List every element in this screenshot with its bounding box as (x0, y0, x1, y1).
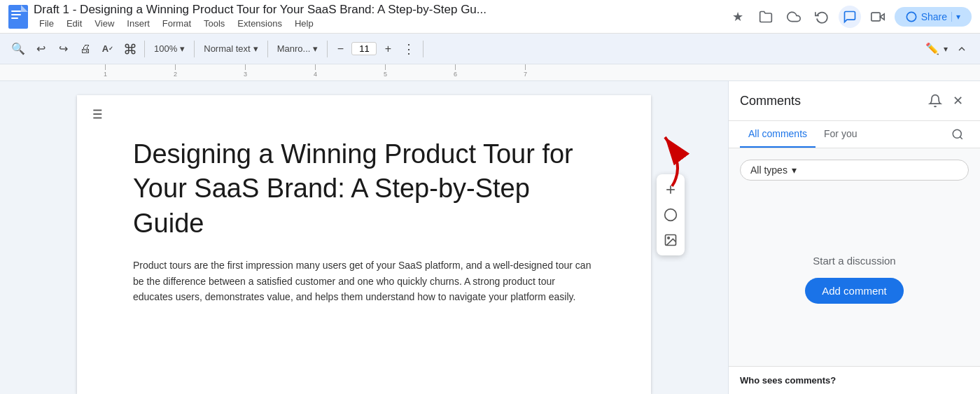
comments-header: Comments ✕ (729, 81, 980, 121)
paragraph-chevron-icon: ▾ (253, 43, 258, 54)
tab-search-icon[interactable] (946, 123, 969, 146)
svg-point-15 (665, 209, 677, 220)
tab-all-comments[interactable]: All comments (740, 121, 816, 148)
svg-marker-4 (880, 13, 884, 19)
share-chevron-icon[interactable]: ▾ (951, 12, 960, 22)
document-title[interactable]: Draft 1 - Designing a Winning Product To… (34, 3, 721, 17)
font-chevron-icon: ▾ (313, 43, 318, 54)
zoom-chevron-icon: ▾ (180, 43, 185, 54)
font-size-decrease-button[interactable]: − (332, 41, 349, 57)
paint-format-icon[interactable] (120, 39, 140, 59)
menu-extensions[interactable]: Extensions (232, 17, 288, 30)
list-icon (88, 106, 104, 125)
comments-tabs: All comments For you (729, 121, 980, 148)
more-options-icon[interactable]: ⋮ (399, 39, 419, 59)
search-toolbar-icon[interactable]: 🔍 (8, 39, 28, 59)
zoom-value: 100% (154, 43, 177, 54)
collapse-icon[interactable] (952, 39, 972, 59)
add-comment-button[interactable]: Add comment (805, 278, 904, 304)
font-size-input[interactable]: 11 (351, 42, 377, 55)
who-sees-comments[interactable]: Who sees comments? (729, 366, 980, 394)
all-types-chevron-icon: ▾ (792, 164, 797, 176)
comments-panel-title: Comments (740, 94, 924, 108)
menu-view[interactable]: View (89, 17, 120, 30)
ruler-mark: 6 (454, 64, 457, 78)
font-value: Manro... (277, 43, 311, 54)
document-area: Designing a Winning Product Tour for You… (0, 81, 728, 394)
svg-point-21 (953, 129, 961, 138)
svg-point-19 (668, 237, 670, 239)
google-docs-icon (8, 5, 28, 29)
menu-file[interactable]: File (34, 17, 59, 30)
svg-rect-5 (871, 13, 880, 21)
title-icons: ★ Share ▾ (727, 6, 972, 28)
zoom-dropdown[interactable]: 100% ▾ (149, 41, 190, 57)
document-page: Designing a Winning Product Tour for You… (77, 95, 651, 394)
svg-rect-1 (11, 10, 21, 12)
tab-for-you[interactable]: For you (816, 121, 865, 148)
main-area: Designing a Winning Product Tour for You… (0, 81, 980, 394)
bell-icon[interactable] (924, 90, 946, 112)
folder-icon[interactable] (755, 6, 777, 28)
title-bar: Draft 1 - Designing a Winning Product To… (0, 0, 980, 34)
floating-toolbar (657, 174, 685, 255)
image-float-icon[interactable] (659, 229, 682, 251)
font-dropdown[interactable]: Manro... ▾ (272, 41, 323, 57)
comments-icon[interactable] (839, 6, 861, 28)
menu-insert[interactable]: Insert (121, 17, 155, 30)
menu-format[interactable]: Format (157, 17, 197, 30)
svg-line-22 (960, 136, 962, 139)
start-discussion-text: Start a discussion (813, 255, 895, 267)
edit-pencil-icon[interactable]: ✏️ (923, 39, 942, 59)
filter-area: All types ▾ (729, 148, 980, 192)
svg-rect-2 (11, 14, 21, 15)
edit-icon-area: ✏️ ▾ (923, 39, 972, 59)
document-body: Product tours are the first impression m… (133, 258, 595, 304)
cloud-icon[interactable] (783, 6, 805, 28)
menu-bar: File Edit View Insert Format Tools Exten… (34, 17, 721, 30)
empty-state: Start a discussion Add comment (729, 192, 980, 366)
ruler-mark: 3 (244, 64, 247, 78)
all-types-dropdown[interactable]: All types ▾ (740, 160, 969, 181)
toolbar-divider-4 (327, 41, 328, 57)
font-size-increase-button[interactable]: + (379, 41, 396, 57)
spellcheck-icon[interactable]: A✓ (98, 39, 118, 59)
menu-tools[interactable]: Tools (198, 17, 230, 30)
share-label: Share (921, 11, 947, 22)
add-comment-float-icon[interactable] (659, 178, 682, 201)
document-heading: Designing a Winning Product Tour for You… (133, 137, 595, 241)
menu-edit[interactable]: Edit (61, 17, 88, 30)
share-button[interactable]: Share ▾ (895, 7, 972, 27)
history-icon[interactable] (811, 6, 833, 28)
toolbar: 🔍 ↩ ↪ 🖨 A✓ 100% ▾ Normal text ▾ Manro...… (0, 34, 980, 64)
title-section: Draft 1 - Designing a Winning Product To… (34, 3, 721, 30)
close-panel-icon[interactable]: ✕ (946, 90, 969, 112)
svg-rect-3 (11, 17, 18, 19)
ruler-mark: 4 (314, 64, 317, 78)
ruler: 1 2 3 4 5 6 7 (0, 64, 980, 81)
svg-point-6 (906, 12, 916, 21)
ruler-mark: 2 (174, 64, 177, 78)
all-types-label: All types (750, 164, 788, 176)
ruler-mark: 5 (384, 64, 387, 78)
toolbar-divider-2 (194, 41, 195, 57)
svg-rect-0 (8, 5, 28, 29)
paragraph-style-value: Normal text (204, 43, 250, 54)
paragraph-style-dropdown[interactable]: Normal text ▾ (199, 41, 262, 57)
print-icon[interactable]: 🖨 (76, 39, 95, 59)
edit-chevron-icon[interactable]: ▾ (944, 44, 948, 54)
toolbar-divider-5 (423, 41, 424, 57)
star-icon[interactable]: ★ (727, 6, 749, 28)
redo-icon[interactable]: ↪ (53, 39, 73, 59)
toolbar-divider-3 (267, 41, 268, 57)
ruler-mark: 7 (524, 64, 527, 78)
comments-panel: Comments ✕ All comments For you All type… (728, 81, 980, 394)
video-icon[interactable] (867, 6, 889, 28)
ruler-mark: 1 (104, 64, 107, 78)
menu-help[interactable]: Help (289, 17, 319, 30)
toolbar-divider-1 (144, 41, 145, 57)
undo-icon[interactable]: ↩ (31, 39, 50, 59)
emoji-float-icon[interactable] (659, 204, 682, 226)
